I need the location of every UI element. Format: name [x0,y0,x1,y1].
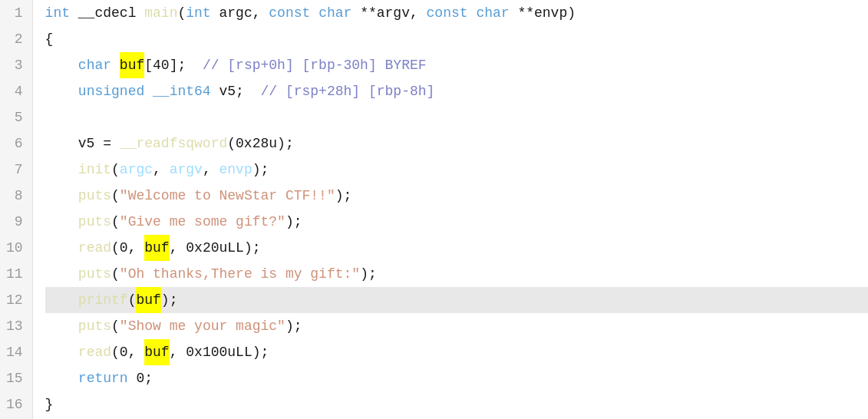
code-line-13: puts("Show me your magic"); [45,313,868,339]
code-line-11: puts("Oh thanks,There is my gift:"); [45,261,868,287]
code-line-14: read(0, buf, 0x100uLL); [45,339,868,365]
code-viewer: 1 2 3 4 5 6 7 8 9 10 11 12 13 14 15 16 i… [0,0,868,419]
code-line-3: char buf[40]; // [rsp+0h] [rbp-30h] BYRE… [45,52,868,78]
line-num-10: 10 [6,235,23,261]
line-num-8: 8 [6,183,23,209]
code-line-16: } [45,391,868,417]
line-num-4: 4 [6,78,23,104]
code-area: int __cdecl main(int argc, const char **… [33,0,868,419]
line-num-7: 7 [6,157,23,183]
line-num-13: 13 [6,313,23,339]
line-num-6: 6 [6,130,23,157]
code-line-7: init(argc, argv, envp); [45,157,868,183]
line-num-1: 1 [6,0,23,26]
line-num-16: 16 [6,391,23,417]
code-line-10: read(0, buf, 0x20uLL); [45,235,868,261]
line-numbers: 1 2 3 4 5 6 7 8 9 10 11 12 13 14 15 16 [0,0,33,419]
line-num-9: 9 [6,209,23,235]
code-line-8: puts("Welcome to NewStar CTF!!"); [45,183,868,209]
line-num-3: 3 [6,52,23,78]
code-line-12: printf(buf); [45,287,868,313]
line-num-15: 15 [6,365,23,391]
line-num-11: 11 [6,261,23,287]
code-line-15: return 0; [45,365,868,391]
code-line-4: unsigned __int64 v5; // [rsp+28h] [rbp-8… [45,78,868,104]
line-num-14: 14 [6,339,23,365]
code-line-6: v5 = __readfsqword(0x28u); [45,130,868,157]
code-line-9: puts("Give me some gift?"); [45,209,868,235]
code-line-1: int __cdecl main(int argc, const char **… [45,0,868,26]
line-num-2: 2 [6,26,23,52]
line-num-12: 12 [6,287,23,313]
line-num-5: 5 [6,104,23,130]
code-line-5 [45,104,868,130]
code-line-2: { [45,26,868,52]
